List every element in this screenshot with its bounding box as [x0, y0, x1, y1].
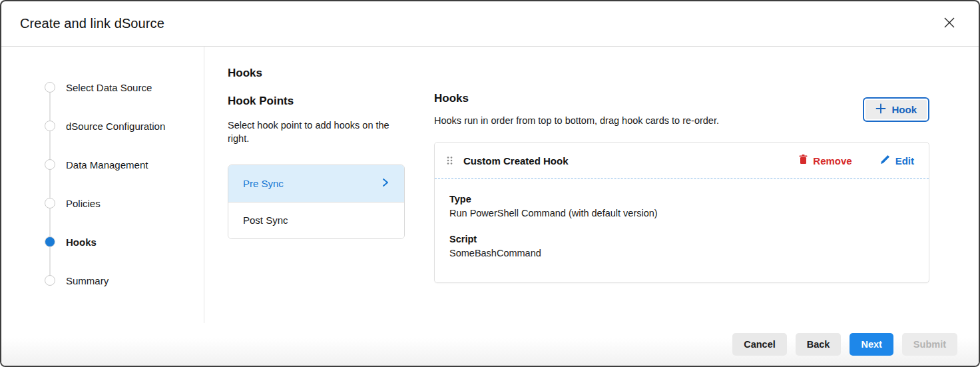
step-label: Data Management	[66, 159, 148, 171]
hook-card-actions: Remove Edit	[799, 155, 914, 167]
step-policies[interactable]: Policies	[1, 184, 204, 222]
modal-body: Select Data Source dSource Configuration…	[1, 47, 979, 323]
step-summary[interactable]: Summary	[1, 261, 204, 300]
hook-card-header: Custom Created Hook Remove	[435, 143, 929, 179]
hook-point-label: Post Sync	[243, 214, 288, 226]
hook-card-title: Custom Created Hook	[463, 155, 569, 167]
close-button[interactable]	[940, 15, 959, 33]
next-button[interactable]: Next	[850, 333, 893, 356]
hook-point-list: Pre Sync Post Sync	[228, 165, 405, 239]
hook-point-pre-sync[interactable]: Pre Sync	[228, 165, 404, 202]
step-dsource-configuration[interactable]: dSource Configuration	[1, 107, 204, 145]
modal-header: Create and link dSource	[1, 1, 979, 47]
wizard-stepper: Select Data Source dSource Configuration…	[1, 47, 204, 323]
step-label: Select Data Source	[66, 82, 152, 93]
hook-points-title: Hook Points	[228, 95, 405, 108]
hook-points-panel: Hooks Hook Points Select hook point to a…	[228, 47, 405, 323]
step-dot	[45, 275, 55, 286]
field-label: Type	[449, 194, 914, 204]
step-hooks[interactable]: Hooks	[1, 222, 204, 261]
plus-icon	[875, 103, 886, 116]
cancel-button[interactable]: Cancel	[732, 333, 787, 356]
modal-title: Create and link dSource	[20, 16, 164, 31]
trash-icon	[799, 155, 808, 167]
hook-points-description: Select hook point to add hooks on the ri…	[228, 119, 405, 146]
edit-hook-button[interactable]: Edit	[880, 155, 914, 167]
chevron-right-icon	[381, 178, 389, 189]
hooks-panel-description: Hooks run in order from top to bottom, d…	[434, 115, 719, 126]
remove-label: Remove	[813, 155, 852, 167]
hooks-section-title: Hooks	[228, 67, 405, 80]
hook-card: Custom Created Hook Remove	[434, 142, 929, 283]
step-dot	[45, 159, 55, 170]
add-hook-button-label: Hook	[892, 104, 917, 115]
step-label: Summary	[66, 275, 109, 286]
field-value: Run PowerShell Command (with default ver…	[449, 208, 914, 218]
step-dot-active	[45, 236, 55, 247]
step-dot	[45, 82, 55, 93]
hook-card-body: Type Run PowerShell Command (with defaul…	[435, 179, 929, 282]
hooks-panel-title: Hooks	[434, 92, 719, 105]
hook-point-label: Pre Sync	[243, 178, 284, 189]
pencil-icon	[880, 155, 890, 167]
step-dot	[45, 198, 55, 208]
step-label: dSource Configuration	[66, 121, 165, 132]
step-select-data-source[interactable]: Select Data Source	[1, 68, 204, 107]
hooks-panel-header: Hooks Hooks run in order from top to bot…	[434, 92, 929, 126]
hooks-panel-header-text: Hooks Hooks run in order from top to bot…	[434, 92, 719, 126]
hooks-panel: Hooks Hooks run in order from top to bot…	[434, 47, 929, 323]
modal-footer: Cancel Back Next Submit	[1, 323, 979, 366]
drag-handle-icon[interactable]	[447, 156, 453, 165]
step-label: Hooks	[66, 236, 97, 248]
step-data-management[interactable]: Data Management	[1, 145, 204, 184]
edit-label: Edit	[895, 155, 914, 167]
close-icon	[943, 16, 956, 31]
field-label: Script	[449, 234, 914, 244]
hook-field-script: Script SomeBashCommand	[449, 234, 914, 258]
step-dot	[45, 121, 55, 131]
hook-point-post-sync[interactable]: Post Sync	[228, 202, 404, 238]
create-dsource-modal: Create and link dSource Select Data Sour…	[0, 0, 980, 367]
field-value: SomeBashCommand	[449, 248, 914, 258]
add-hook-button[interactable]: Hook	[863, 97, 930, 122]
hook-field-type: Type Run PowerShell Command (with defaul…	[449, 194, 914, 218]
back-button[interactable]: Back	[796, 333, 842, 356]
step-label: Policies	[66, 198, 101, 209]
remove-hook-button[interactable]: Remove	[799, 155, 852, 167]
submit-button[interactable]: Submit	[902, 333, 957, 356]
